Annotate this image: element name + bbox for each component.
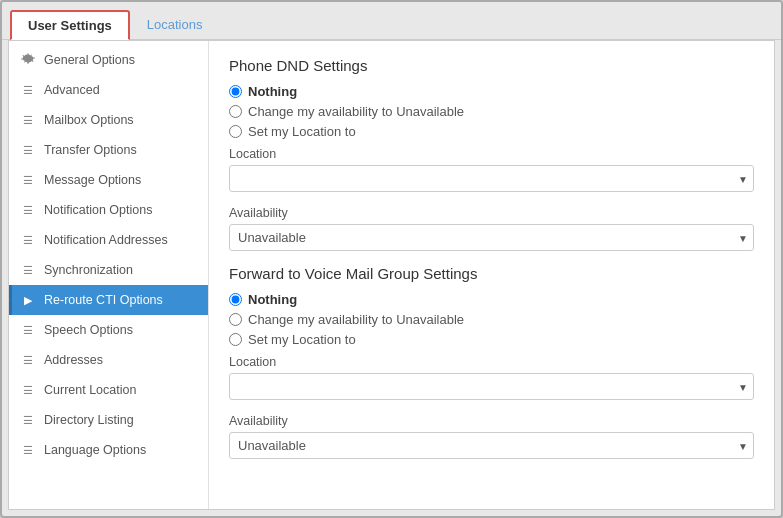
phone-dnd-availability-label: Availability [229, 206, 754, 220]
sidebar-item-notification-addresses[interactable]: ☰ Notification Addresses [9, 225, 208, 255]
phone-dnd-radio-group: Nothing Change my availability to Unavai… [229, 84, 754, 139]
menu-icon: ☰ [20, 442, 36, 458]
sidebar-item-notification-options-label: Notification Options [44, 203, 152, 217]
voicemail-group-section: Forward to Voice Mail Group Settings Not… [229, 265, 754, 459]
phone-dnd-change-avail-radio[interactable] [229, 105, 242, 118]
voicemail-change-avail-option[interactable]: Change my availability to Unavailable [229, 312, 754, 327]
sidebar-item-language-options[interactable]: ☰ Language Options [9, 435, 208, 465]
sidebar-item-mailbox-options-label: Mailbox Options [44, 113, 134, 127]
sidebar-item-synchronization-label: Synchronization [44, 263, 133, 277]
menu-icon: ☰ [20, 82, 36, 98]
phone-dnd-title: Phone DND Settings [229, 57, 754, 74]
menu-icon: ☰ [20, 352, 36, 368]
sidebar-item-re-route-cti-options-label: Re-route CTI Options [44, 293, 163, 307]
sidebar-item-current-location-label: Current Location [44, 383, 136, 397]
voicemail-availability-label: Availability [229, 414, 754, 428]
voicemail-location-select[interactable] [229, 373, 754, 400]
sidebar-item-transfer-options[interactable]: ☰ Transfer Options [9, 135, 208, 165]
phone-dnd-location-label: Location [229, 147, 754, 161]
menu-icon: ☰ [20, 202, 36, 218]
sidebar-item-addresses-label: Addresses [44, 353, 103, 367]
sidebar-item-message-options[interactable]: ☰ Message Options [9, 165, 208, 195]
menu-icon: ☰ [20, 382, 36, 398]
voicemail-availability-select[interactable]: Unavailable Available Busy [229, 432, 754, 459]
phone-dnd-section: Phone DND Settings Nothing Change my ava… [229, 57, 754, 251]
arrow-icon: ▶ [20, 292, 36, 308]
menu-icon: ☰ [20, 412, 36, 428]
phone-dnd-availability-select[interactable]: Unavailable Available Busy [229, 224, 754, 251]
tab-locations[interactable]: Locations [130, 10, 220, 39]
menu-icon: ☰ [20, 262, 36, 278]
sidebar-item-general-options-label: General Options [44, 53, 135, 67]
sidebar-item-addresses[interactable]: ☰ Addresses [9, 345, 208, 375]
sidebar-item-advanced[interactable]: ☰ Advanced [9, 75, 208, 105]
sidebar-item-general-options[interactable]: General Options [9, 45, 208, 75]
voicemail-set-location-option[interactable]: Set my Location to [229, 332, 754, 347]
voicemail-location-label: Location [229, 355, 754, 369]
phone-dnd-nothing-option[interactable]: Nothing [229, 84, 754, 99]
sidebar: General Options ☰ Advanced ☰ Mailbox Opt… [9, 41, 209, 509]
voicemail-radio-group: Nothing Change my availability to Unavai… [229, 292, 754, 347]
main-window: User Settings Locations General Options … [0, 0, 783, 518]
menu-icon: ☰ [20, 232, 36, 248]
menu-icon: ☰ [20, 112, 36, 128]
sidebar-item-transfer-options-label: Transfer Options [44, 143, 137, 157]
tab-user-settings[interactable]: User Settings [10, 10, 130, 40]
sidebar-item-advanced-label: Advanced [44, 83, 100, 97]
sidebar-item-notification-addresses-label: Notification Addresses [44, 233, 168, 247]
sidebar-item-directory-listing[interactable]: ☰ Directory Listing [9, 405, 208, 435]
sidebar-item-re-route-cti-options[interactable]: ▶ Re-route CTI Options [9, 285, 208, 315]
sidebar-item-directory-listing-label: Directory Listing [44, 413, 134, 427]
phone-dnd-change-avail-option[interactable]: Change my availability to Unavailable [229, 104, 754, 119]
main-body: General Options ☰ Advanced ☰ Mailbox Opt… [8, 40, 775, 510]
sidebar-item-speech-options[interactable]: ☰ Speech Options [9, 315, 208, 345]
sidebar-item-mailbox-options[interactable]: ☰ Mailbox Options [9, 105, 208, 135]
sidebar-item-language-options-label: Language Options [44, 443, 146, 457]
menu-icon: ☰ [20, 142, 36, 158]
voicemail-nothing-radio[interactable] [229, 293, 242, 306]
phone-dnd-availability-wrapper: Unavailable Available Busy ▼ [229, 224, 754, 251]
voicemail-set-location-radio[interactable] [229, 333, 242, 346]
sidebar-item-speech-options-label: Speech Options [44, 323, 133, 337]
sidebar-item-notification-options[interactable]: ☰ Notification Options [9, 195, 208, 225]
phone-dnd-location-wrapper: ▼ [229, 165, 754, 192]
voicemail-location-wrapper: ▼ [229, 373, 754, 400]
sidebar-item-current-location[interactable]: ☰ Current Location [9, 375, 208, 405]
phone-dnd-nothing-radio[interactable] [229, 85, 242, 98]
tab-bar: User Settings Locations [2, 2, 781, 40]
menu-icon: ☰ [20, 172, 36, 188]
voicemail-availability-wrapper: Unavailable Available Busy ▼ [229, 432, 754, 459]
active-arrow-indicator [9, 290, 10, 310]
sidebar-item-synchronization[interactable]: ☰ Synchronization [9, 255, 208, 285]
gear-icon [20, 52, 36, 68]
menu-icon: ☰ [20, 322, 36, 338]
sidebar-item-message-options-label: Message Options [44, 173, 141, 187]
voicemail-group-title: Forward to Voice Mail Group Settings [229, 265, 754, 282]
phone-dnd-location-select[interactable] [229, 165, 754, 192]
content-area: Phone DND Settings Nothing Change my ava… [209, 41, 774, 509]
voicemail-nothing-option[interactable]: Nothing [229, 292, 754, 307]
voicemail-change-avail-radio[interactable] [229, 313, 242, 326]
phone-dnd-set-location-radio[interactable] [229, 125, 242, 138]
phone-dnd-set-location-option[interactable]: Set my Location to [229, 124, 754, 139]
